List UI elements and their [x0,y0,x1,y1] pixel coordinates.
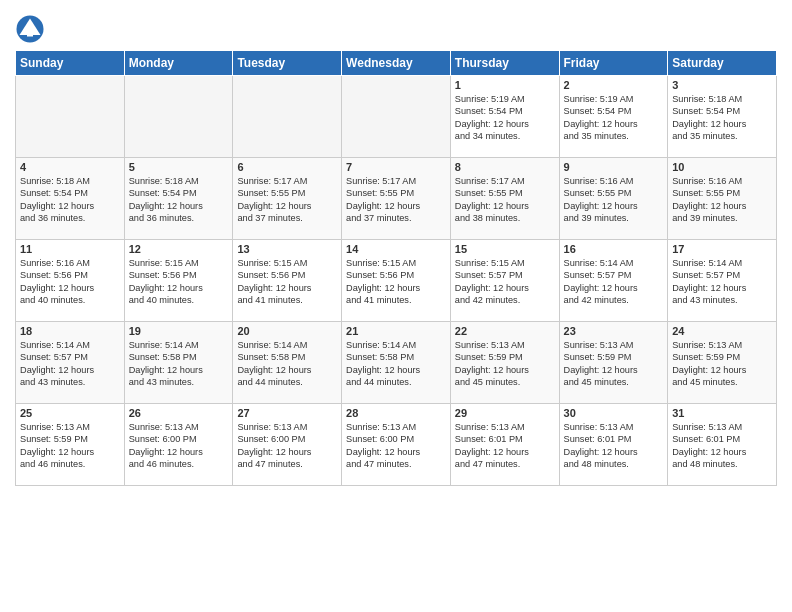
day-info: Sunrise: 5:13 AMSunset: 5:59 PMDaylight:… [564,339,664,389]
svg-rect-2 [27,31,33,37]
day-info: Sunrise: 5:14 AMSunset: 5:58 PMDaylight:… [129,339,229,389]
day-number: 10 [672,161,772,173]
day-info: Sunrise: 5:17 AMSunset: 5:55 PMDaylight:… [237,175,337,225]
day-info: Sunrise: 5:17 AMSunset: 5:55 PMDaylight:… [346,175,446,225]
day-info: Sunrise: 5:15 AMSunset: 5:56 PMDaylight:… [346,257,446,307]
day-info: Sunrise: 5:14 AMSunset: 5:58 PMDaylight:… [346,339,446,389]
day-number: 12 [129,243,229,255]
calendar-cell: 6Sunrise: 5:17 AMSunset: 5:55 PMDaylight… [233,158,342,240]
day-info: Sunrise: 5:16 AMSunset: 5:56 PMDaylight:… [20,257,120,307]
calendar-cell: 14Sunrise: 5:15 AMSunset: 5:56 PMDayligh… [342,240,451,322]
day-info: Sunrise: 5:15 AMSunset: 5:56 PMDaylight:… [237,257,337,307]
day-number: 9 [564,161,664,173]
day-number: 24 [672,325,772,337]
calendar-cell: 1Sunrise: 5:19 AMSunset: 5:54 PMDaylight… [450,76,559,158]
day-number: 28 [346,407,446,419]
calendar-header-row: SundayMondayTuesdayWednesdayThursdayFrid… [16,51,777,76]
calendar-cell: 2Sunrise: 5:19 AMSunset: 5:54 PMDaylight… [559,76,668,158]
day-info: Sunrise: 5:13 AMSunset: 5:59 PMDaylight:… [455,339,555,389]
calendar-cell: 13Sunrise: 5:15 AMSunset: 5:56 PMDayligh… [233,240,342,322]
day-number: 31 [672,407,772,419]
day-info: Sunrise: 5:14 AMSunset: 5:57 PMDaylight:… [20,339,120,389]
day-number: 6 [237,161,337,173]
day-number: 8 [455,161,555,173]
day-info: Sunrise: 5:13 AMSunset: 6:00 PMDaylight:… [129,421,229,471]
day-number: 20 [237,325,337,337]
calendar-cell: 20Sunrise: 5:14 AMSunset: 5:58 PMDayligh… [233,322,342,404]
day-number: 23 [564,325,664,337]
day-number: 26 [129,407,229,419]
calendar-header-tuesday: Tuesday [233,51,342,76]
day-number: 27 [237,407,337,419]
calendar-cell: 10Sunrise: 5:16 AMSunset: 5:55 PMDayligh… [668,158,777,240]
day-number: 14 [346,243,446,255]
day-info: Sunrise: 5:16 AMSunset: 5:55 PMDaylight:… [564,175,664,225]
day-number: 22 [455,325,555,337]
day-info: Sunrise: 5:13 AMSunset: 5:59 PMDaylight:… [20,421,120,471]
calendar-cell: 31Sunrise: 5:13 AMSunset: 6:01 PMDayligh… [668,404,777,486]
calendar-cell: 9Sunrise: 5:16 AMSunset: 5:55 PMDaylight… [559,158,668,240]
calendar-week-4: 18Sunrise: 5:14 AMSunset: 5:57 PMDayligh… [16,322,777,404]
calendar-header-friday: Friday [559,51,668,76]
calendar-week-1: 1Sunrise: 5:19 AMSunset: 5:54 PMDaylight… [16,76,777,158]
calendar-cell: 5Sunrise: 5:18 AMSunset: 5:54 PMDaylight… [124,158,233,240]
day-number: 4 [20,161,120,173]
day-number: 25 [20,407,120,419]
day-info: Sunrise: 5:13 AMSunset: 6:00 PMDaylight:… [346,421,446,471]
calendar-cell: 15Sunrise: 5:15 AMSunset: 5:57 PMDayligh… [450,240,559,322]
day-info: Sunrise: 5:13 AMSunset: 6:01 PMDaylight:… [455,421,555,471]
day-number: 29 [455,407,555,419]
day-info: Sunrise: 5:13 AMSunset: 6:00 PMDaylight:… [237,421,337,471]
calendar-cell: 19Sunrise: 5:14 AMSunset: 5:58 PMDayligh… [124,322,233,404]
calendar-cell: 29Sunrise: 5:13 AMSunset: 6:01 PMDayligh… [450,404,559,486]
calendar-cell: 17Sunrise: 5:14 AMSunset: 5:57 PMDayligh… [668,240,777,322]
day-info: Sunrise: 5:14 AMSunset: 5:57 PMDaylight:… [564,257,664,307]
day-number: 30 [564,407,664,419]
day-number: 13 [237,243,337,255]
calendar-header-thursday: Thursday [450,51,559,76]
day-number: 16 [564,243,664,255]
day-info: Sunrise: 5:13 AMSunset: 6:01 PMDaylight:… [564,421,664,471]
day-info: Sunrise: 5:18 AMSunset: 5:54 PMDaylight:… [672,93,772,143]
calendar-cell: 22Sunrise: 5:13 AMSunset: 5:59 PMDayligh… [450,322,559,404]
day-info: Sunrise: 5:18 AMSunset: 5:54 PMDaylight:… [20,175,120,225]
calendar-cell: 8Sunrise: 5:17 AMSunset: 5:55 PMDaylight… [450,158,559,240]
calendar-cell: 12Sunrise: 5:15 AMSunset: 5:56 PMDayligh… [124,240,233,322]
calendar-cell [233,76,342,158]
calendar-cell: 18Sunrise: 5:14 AMSunset: 5:57 PMDayligh… [16,322,125,404]
day-info: Sunrise: 5:19 AMSunset: 5:54 PMDaylight:… [564,93,664,143]
calendar-week-3: 11Sunrise: 5:16 AMSunset: 5:56 PMDayligh… [16,240,777,322]
page-container: SundayMondayTuesdayWednesdayThursdayFrid… [0,0,792,496]
day-number: 11 [20,243,120,255]
day-number: 15 [455,243,555,255]
calendar-header-monday: Monday [124,51,233,76]
day-info: Sunrise: 5:18 AMSunset: 5:54 PMDaylight:… [129,175,229,225]
day-info: Sunrise: 5:17 AMSunset: 5:55 PMDaylight:… [455,175,555,225]
day-info: Sunrise: 5:14 AMSunset: 5:58 PMDaylight:… [237,339,337,389]
calendar-cell: 24Sunrise: 5:13 AMSunset: 5:59 PMDayligh… [668,322,777,404]
day-number: 1 [455,79,555,91]
calendar-cell: 3Sunrise: 5:18 AMSunset: 5:54 PMDaylight… [668,76,777,158]
day-number: 5 [129,161,229,173]
day-info: Sunrise: 5:15 AMSunset: 5:57 PMDaylight:… [455,257,555,307]
day-number: 18 [20,325,120,337]
day-number: 7 [346,161,446,173]
day-number: 21 [346,325,446,337]
day-info: Sunrise: 5:14 AMSunset: 5:57 PMDaylight:… [672,257,772,307]
day-number: 2 [564,79,664,91]
calendar-week-2: 4Sunrise: 5:18 AMSunset: 5:54 PMDaylight… [16,158,777,240]
calendar-cell: 7Sunrise: 5:17 AMSunset: 5:55 PMDaylight… [342,158,451,240]
calendar-cell [342,76,451,158]
calendar-cell: 21Sunrise: 5:14 AMSunset: 5:58 PMDayligh… [342,322,451,404]
calendar-cell: 25Sunrise: 5:13 AMSunset: 5:59 PMDayligh… [16,404,125,486]
calendar-week-5: 25Sunrise: 5:13 AMSunset: 5:59 PMDayligh… [16,404,777,486]
calendar-cell: 4Sunrise: 5:18 AMSunset: 5:54 PMDaylight… [16,158,125,240]
day-info: Sunrise: 5:13 AMSunset: 6:01 PMDaylight:… [672,421,772,471]
calendar-cell: 30Sunrise: 5:13 AMSunset: 6:01 PMDayligh… [559,404,668,486]
logo-icon [15,14,45,44]
calendar-cell: 23Sunrise: 5:13 AMSunset: 5:59 PMDayligh… [559,322,668,404]
day-info: Sunrise: 5:19 AMSunset: 5:54 PMDaylight:… [455,93,555,143]
logo [15,14,49,44]
calendar-cell: 26Sunrise: 5:13 AMSunset: 6:00 PMDayligh… [124,404,233,486]
calendar-header-wednesday: Wednesday [342,51,451,76]
